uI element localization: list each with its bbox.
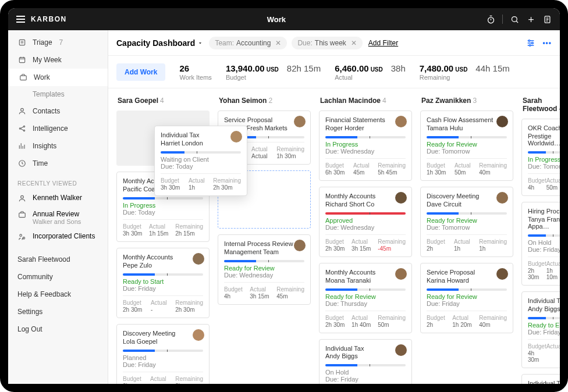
column-header: Sarah Fleetwood4 <box>521 94 560 119</box>
recent-item[interactable]: Annual ReviewWalker and Sons <box>8 206 108 229</box>
status-badge: Approved <box>325 217 406 224</box>
filter-chip[interactable]: Due: This week✕ <box>292 37 362 49</box>
due-date: Due: Friday <box>528 246 560 253</box>
footer-community[interactable]: Community <box>8 268 108 286</box>
work-card[interactable]: Discovery Meeting Lola Goepel Planned Du… <box>116 324 210 384</box>
status-badge: Planned <box>123 354 203 361</box>
avatar <box>294 240 306 251</box>
progress-bar <box>427 288 507 291</box>
status-badge: In Progress <box>123 202 203 209</box>
nav-templates[interactable]: Templates <box>8 86 108 102</box>
card-metrics: Budget2h 30m Actual1h 10m Remaining <box>528 256 560 280</box>
svg-point-6 <box>21 108 24 111</box>
intel-icon <box>17 124 27 133</box>
nav-my-week[interactable]: My Week <box>8 51 108 69</box>
progress-bar <box>528 234 560 237</box>
filter-chip[interactable]: Team: Accounting✕ <box>209 37 287 49</box>
briefcase-icon <box>17 210 27 219</box>
stat-work-items: 26 Work Items <box>179 63 211 81</box>
footer-settings[interactable]: Settings <box>8 303 108 320</box>
avatar <box>395 116 407 127</box>
work-card[interactable]: Cash Flow Assessment Tamara Hulu Ready f… <box>420 111 513 181</box>
avatar <box>230 131 242 142</box>
work-card[interactable]: Service Proposal Karina Howard Ready for… <box>420 263 513 333</box>
avatar <box>395 268 407 280</box>
chart-icon <box>17 141 27 151</box>
progress-bar <box>224 260 304 262</box>
person-icon <box>17 194 27 203</box>
work-card[interactable]: Financial Statements Roger Horder In Pro… <box>319 111 412 181</box>
card-subtitle: Andy Biggs <box>528 305 560 312</box>
due-date: Due: Today <box>123 209 203 216</box>
brand-logo: KARBON <box>31 15 67 23</box>
card-subtitle: Tanya Franks Appa… <box>528 216 560 230</box>
work-card[interactable]: Monthly Accounts Pepe Zulo Ready to Star… <box>116 248 210 318</box>
nav-intelligence[interactable]: Intelligence <box>8 120 108 137</box>
due-date: Due: Tomorrow <box>427 224 507 231</box>
filter-bar: Capacity Dashboard Team: Accounting✕Due:… <box>108 30 560 56</box>
card-subtitle: Prestige Worldwid… <box>528 133 560 147</box>
svg-point-15 <box>528 40 530 41</box>
due-date: Due: Wednesday <box>325 224 406 231</box>
filter-settings-icon[interactable] <box>526 38 535 48</box>
work-card[interactable]: Hiring Process Tanya Franks Appa… On Hol… <box>521 202 560 286</box>
svg-rect-5 <box>20 76 27 80</box>
work-card[interactable]: Individual Tax Andy Biggs Ready to E-Fil… <box>521 291 560 368</box>
avatar <box>294 116 306 127</box>
nav-insights[interactable]: Insights <box>8 137 108 155</box>
stat-remaining: 7,480.00 USDRemaining 44h 15m <box>420 63 510 81</box>
main-content: Capacity Dashboard Team: Accounting✕Due:… <box>108 30 560 384</box>
nav-work[interactable]: Work <box>8 69 108 86</box>
avatar <box>395 192 407 204</box>
work-card[interactable]: Individual Tax George Jamison Preparing … <box>521 374 560 384</box>
dragging-card[interactable]: Individual Tax Harriet London Waiting on… <box>154 126 247 196</box>
board-column: Sarah Fleetwood4 OKR Coaching Prestige W… <box>521 94 560 384</box>
calendar-icon <box>17 55 27 65</box>
add-filter-link[interactable]: Add Filter <box>368 39 398 47</box>
card-metrics: Budget2h Actual- Remaining2h <box>123 372 203 384</box>
card-metrics: Budget2h 30m Actual3h 15m Remaining-45m <box>325 234 406 252</box>
work-card[interactable]: Discovery Meeting Dave Circuit Ready for… <box>420 187 513 257</box>
close-icon[interactable]: ✕ <box>351 39 357 47</box>
add-work-button[interactable]: Add Work <box>116 63 165 81</box>
page-title: Work <box>67 15 486 24</box>
dashboard-title[interactable]: Capacity Dashboard <box>116 38 203 48</box>
footer-sarah-fleetwood[interactable]: Sarah Fleetwood <box>8 251 108 268</box>
avatar <box>193 329 204 341</box>
card-subtitle: Andy Biggs <box>325 352 406 359</box>
add-icon[interactable] <box>526 15 535 24</box>
close-icon[interactable]: ✕ <box>275 39 281 47</box>
work-card[interactable]: OKR Coaching Prestige Worldwid… In Progr… <box>521 119 560 196</box>
card-title: Service Proposal <box>224 116 304 124</box>
nav-triage[interactable]: Triage7 <box>8 34 108 51</box>
recent-item[interactable]: Kenneth Walker <box>8 190 108 206</box>
card-title: Service Proposal <box>427 268 507 277</box>
progress-bar <box>528 151 560 154</box>
avatar <box>496 268 508 280</box>
card-title: OKR Coaching <box>528 124 560 133</box>
chevron-down-icon <box>197 40 203 46</box>
stat-actual: 6,460.00 USDActual 38h <box>335 63 406 81</box>
recent-item[interactable]: Incorporated Clients <box>8 229 108 245</box>
notes-icon[interactable] <box>542 15 552 24</box>
work-card[interactable]: Monthly Accounts Moana Taranaki Ready fo… <box>319 263 412 333</box>
svg-point-16 <box>532 42 534 44</box>
timer-icon[interactable] <box>486 15 495 24</box>
card-subtitle: Roger Horder <box>325 124 406 131</box>
more-menu-icon[interactable]: ••• <box>542 39 552 47</box>
work-card[interactable]: Individual Tax Andy Biggs On Hold Due: F… <box>319 339 412 384</box>
card-metrics: Budget2h Actual1h 20m Remaining40m <box>427 311 507 328</box>
footer-help-feedback[interactable]: Help & Feedback <box>8 286 108 303</box>
nav-time[interactable]: Time <box>8 155 108 172</box>
stat-budget: 13,940.00 USDBudget 82h 15m <box>226 63 321 81</box>
work-card[interactable]: Monthly Accounts Richard Short Co Approv… <box>319 187 412 257</box>
footer-log-out[interactable]: Log Out <box>8 320 108 338</box>
svg-point-17 <box>530 44 531 46</box>
card-metrics: Budget6h 30m Actual45m Remaining5h 45m <box>325 158 406 176</box>
org-icon <box>17 232 27 241</box>
summary-bar: Add Work 26 Work Items 13,940.00 USDBudg… <box>108 56 560 88</box>
menu-icon[interactable] <box>16 16 25 23</box>
nav-contacts[interactable]: Contacts <box>8 102 108 120</box>
work-card[interactable]: Internal Process Review Management Team … <box>218 234 311 305</box>
search-icon[interactable] <box>510 15 519 24</box>
